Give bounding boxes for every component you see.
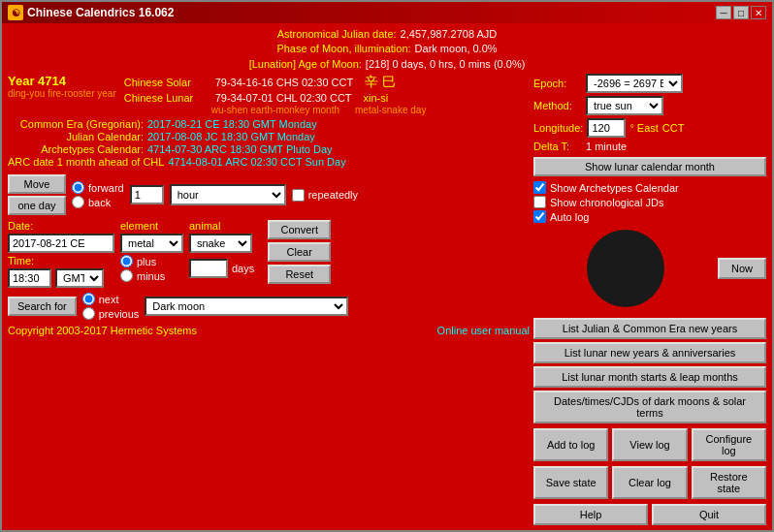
lunar-sub2: metal-snake day [355,105,426,115]
dates-times-button[interactable]: Dates/times/CJDs of dark moons & solar t… [533,391,766,423]
archetype-row: Archetypes Calendar: 4714-07-30 ARC 18:3… [8,143,530,155]
list-julian-button[interactable]: List Julian & Common Era new years [533,318,766,339]
previous-label: previous [99,308,140,320]
top-info-section: Astronomical Julian date: 2,457,987.2708… [8,27,766,72]
move-number-input[interactable] [130,185,164,204]
repeatedly-section: repeatedly [292,189,358,202]
moon-label: Phase of Moon, illumination: [276,42,410,56]
element-animal-group: element metal plus minus [120,220,183,282]
year-label: Year 4714 [8,74,116,88]
epoch-select[interactable]: -2696 = 2697 BC [586,74,683,93]
cal-rows: Chinese Solar 79-34-16-16 CHS 02:30 CCT … [124,74,427,115]
minus-label: minus [137,270,165,282]
epoch-label: Epoch: [533,78,582,89]
back-radio-row: back [72,196,124,208]
convert-button[interactable]: Convert [268,220,331,239]
move-button[interactable]: Move [8,174,66,194]
lunar-chars: xin-si [364,92,389,104]
arc-note-row: ARC date 1 month ahead of CHL 4714-08-01… [8,156,530,168]
previous-radio-row: previous [82,307,140,320]
restore-state-button[interactable]: Restore state [692,466,766,499]
move-buttons: Move one day [8,174,66,215]
longitude-label: Longitude: [533,122,583,134]
date-input[interactable] [8,234,114,253]
lunar-value: 79-34-07-01 CHL 02:30 CCT [215,92,352,104]
animal-select[interactable]: snake [189,234,252,253]
lunation-row: [Lunation] Age of Moon: [218] 0 days, 0 … [249,57,526,72]
search-for-button[interactable]: Search for [8,297,77,316]
unit-select[interactable]: hour [170,184,286,205]
timezone-select[interactable]: GMT [55,268,104,288]
days-input[interactable] [189,259,228,278]
minus-radio[interactable] [120,269,133,282]
arc-note-label: ARC date 1 month ahead of CHL [8,156,164,168]
back-radio[interactable] [72,196,84,208]
app-icon: ☯ [8,5,23,20]
configure-log-button[interactable]: Configure log [692,428,766,461]
move-section: Move one day forward back [8,174,530,215]
delta-label: Delta T: [533,141,582,152]
lunar-row: Chinese Lunar 79-34-07-01 CHL 02:30 CCT … [124,92,427,104]
autolog-label: Auto log [550,211,589,223]
right-panel: Epoch: -2696 = 2697 BC Method: true sun … [533,74,766,526]
solar-chars: 辛 巳 [365,74,396,91]
year-sub-label: ding-you fire-rooster year [8,88,116,99]
save-state-button[interactable]: Save state [533,466,608,499]
window-title: Chinese Calendrics 16.062 [27,6,174,19]
solar-value: 79-34-16-16 CHS 02:30 CCT [215,77,353,88]
longitude-input[interactable] [587,118,626,138]
common-era-row: Common Era (Gregorian): 2017-08-21 CE 18… [8,118,530,130]
archetypes-checkbox[interactable] [533,181,546,194]
julian-label: Julian Calendar: [8,131,144,142]
help-button[interactable]: Help [533,504,648,525]
delta-row: Delta T: 1 minute [533,141,766,152]
astro-label: Astronomical Julian date: [277,27,397,42]
moon-now-row: Now [533,226,766,311]
julian-value: 2017-08-08 JC 18:30 GMT Monday [147,131,315,142]
body-section: Year 4714 ding-you fire-rooster year Chi… [8,74,766,526]
view-log-button[interactable]: View log [612,428,687,461]
previous-radio[interactable] [82,307,95,320]
chron-checkbox[interactable] [533,196,546,208]
minimize-button[interactable]: ─ [716,6,731,19]
element-label: element [120,220,183,232]
one-day-button[interactable]: one day [8,196,66,215]
east-label: ° East [629,122,658,134]
close-button[interactable]: ✕ [751,6,766,19]
clear-log-button[interactable]: Clear log [612,466,687,499]
direction-radio-group: forward back [72,181,124,208]
method-select[interactable]: true sun [586,96,663,115]
autolog-checkbox-row: Auto log [533,210,766,223]
manual-link[interactable]: Online user manual [437,325,530,336]
clear-button[interactable]: Clear [268,242,331,262]
astro-row: Astronomical Julian date: 2,457,987.2708… [277,27,498,42]
now-button[interactable]: Now [718,258,766,279]
plus-radio[interactable] [120,255,133,267]
title-bar-left: ☯ Chinese Calendrics 16.062 [8,5,174,20]
maximize-button[interactable]: □ [733,6,749,19]
element-select[interactable]: metal [120,234,183,253]
show-lunar-button[interactable]: Show lunar calendar month [533,157,766,176]
repeatedly-checkbox[interactable] [292,189,305,202]
reset-button[interactable]: Reset [268,265,331,284]
days-label: days [232,263,254,274]
date-field-label: Date: [8,220,114,232]
autolog-checkbox[interactable] [533,210,546,223]
list-lunar-button[interactable]: List lunar new years & anniversaries [533,342,766,363]
plus-label: plus [137,256,156,267]
back-label: back [88,197,111,208]
list-lunar-month-button[interactable]: List lunar month starts & leap months [533,366,766,388]
solar-type: Chinese Solar [124,77,211,88]
lunar-type: Chinese Lunar [124,92,211,104]
forward-radio[interactable] [72,181,84,194]
search-term-select[interactable]: Dark moon [145,297,348,316]
quit-button[interactable]: Quit [652,504,766,525]
astro-value: 2,457,987.2708 AJD [401,27,498,42]
next-radio[interactable] [82,293,95,305]
next-label: next [99,294,119,305]
add-log-button[interactable]: Add to log [533,428,608,461]
chron-label: Show chronological JDs [550,197,663,208]
title-bar: ☯ Chinese Calendrics 16.062 ─ □ ✕ [2,2,772,23]
left-panel: Year 4714 ding-you fire-rooster year Chi… [8,74,530,526]
time-input[interactable] [8,268,51,288]
